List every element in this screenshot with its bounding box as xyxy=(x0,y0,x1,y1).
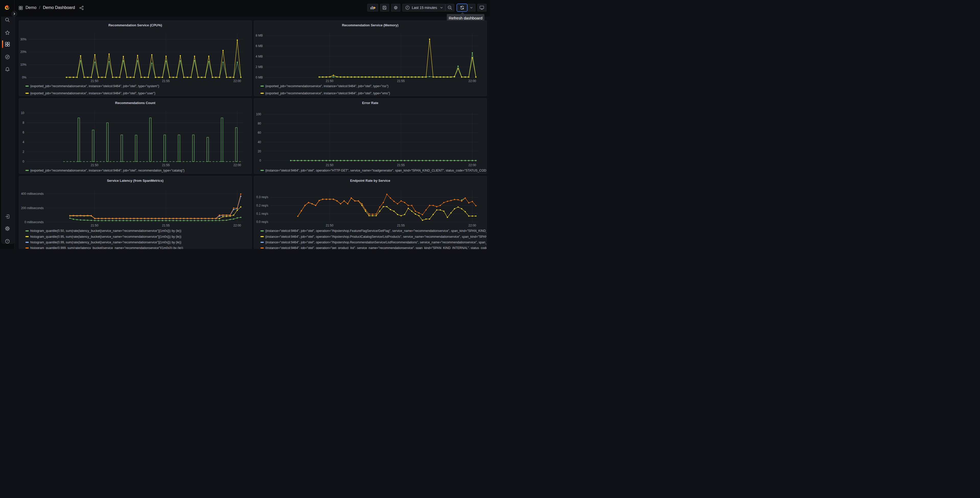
svg-text:histogram_quantile(0.99, sum(r: histogram_quantile(0.99, sum(rate(latenc… xyxy=(30,241,181,244)
svg-text:20%: 20% xyxy=(20,50,26,54)
svg-text:22:00: 22:00 xyxy=(233,79,241,83)
svg-text:21:50: 21:50 xyxy=(91,224,99,227)
svg-text:100: 100 xyxy=(256,112,261,116)
svg-text:10: 10 xyxy=(21,111,24,115)
svg-text:{instance="otelcol:9464", job=: {instance="otelcol:9464", job="otel", op… xyxy=(265,235,487,238)
svg-text:4 MB: 4 MB xyxy=(256,55,262,58)
svg-text:21:55: 21:55 xyxy=(162,224,170,227)
svg-text:{instance="otelcol:9464", job=: {instance="otelcol:9464", job="otel", op… xyxy=(265,246,487,249)
svg-text:0: 0 xyxy=(259,159,261,162)
svg-text:20: 20 xyxy=(258,150,261,153)
svg-text:21:55: 21:55 xyxy=(397,163,405,167)
svg-text:4: 4 xyxy=(22,140,24,144)
svg-text:{exported_job="recommendations: {exported_job="recommendationservice", i… xyxy=(30,169,185,172)
svg-text:0.1 req/s: 0.1 req/s xyxy=(256,212,268,215)
svg-text:2 MB: 2 MB xyxy=(256,65,262,69)
svg-text:{exported_job="recommendations: {exported_job="recommendationservice", i… xyxy=(265,91,390,95)
svg-text:{exported_job="recommendations: {exported_job="recommendationservice", i… xyxy=(30,91,156,95)
svg-text:21:50: 21:50 xyxy=(326,224,333,227)
svg-text:0 MB: 0 MB xyxy=(256,76,262,79)
svg-text:21:50: 21:50 xyxy=(326,163,333,167)
svg-text:22:00: 22:00 xyxy=(233,224,241,227)
svg-text:0.2 req/s: 0.2 req/s xyxy=(256,204,268,208)
svg-text:0: 0 xyxy=(22,160,24,163)
svg-text:6 MB: 6 MB xyxy=(256,44,262,48)
svg-text:21:55: 21:55 xyxy=(397,79,405,83)
svg-text:0%: 0% xyxy=(22,76,27,79)
svg-text:0 milliseconds: 0 milliseconds xyxy=(24,220,44,224)
svg-text:6: 6 xyxy=(22,131,24,134)
svg-text:{instance="otelcol:9464", job=: {instance="otelcol:9464", job="otel", op… xyxy=(265,229,487,233)
svg-text:21:55: 21:55 xyxy=(162,163,170,167)
svg-text:8 MB: 8 MB xyxy=(256,34,262,37)
svg-text:{instance="otelcol:9464", job=: {instance="otelcol:9464", job="otel", op… xyxy=(265,241,487,244)
svg-text:21:50: 21:50 xyxy=(326,79,333,83)
svg-text:40: 40 xyxy=(258,140,261,144)
svg-text:21:50: 21:50 xyxy=(91,79,99,83)
svg-text:21:55: 21:55 xyxy=(162,79,170,83)
svg-text:?: ? xyxy=(6,240,8,243)
svg-text:22:00: 22:00 xyxy=(468,224,476,227)
svg-text:200 milliseconds: 200 milliseconds xyxy=(21,206,44,210)
svg-text:80: 80 xyxy=(258,122,261,125)
svg-text:21:55: 21:55 xyxy=(397,224,405,227)
svg-text:8: 8 xyxy=(22,121,24,124)
svg-text:30%: 30% xyxy=(20,38,26,41)
svg-text:{exported_job="recommendations: {exported_job="recommendationservice", i… xyxy=(265,85,388,88)
svg-text:10%: 10% xyxy=(20,63,26,67)
svg-text:400 milliseconds: 400 milliseconds xyxy=(21,192,44,196)
svg-text:60: 60 xyxy=(258,131,261,134)
svg-text:0.0 req/s: 0.0 req/s xyxy=(256,220,268,224)
svg-text:22:00: 22:00 xyxy=(468,163,476,167)
svg-text:22:00: 22:00 xyxy=(233,163,241,167)
svg-text:0.3 req/s: 0.3 req/s xyxy=(256,195,268,199)
svg-text:histogram_quantile(0.50, sum(r: histogram_quantile(0.50, sum(rate(latenc… xyxy=(30,229,181,233)
svg-text:{instance="otelcol:9464", job=: {instance="otelcol:9464", job="otel", op… xyxy=(265,169,487,172)
svg-text:histogram_quantile(0.999, sum(: histogram_quantile(0.999, sum(rate(laten… xyxy=(30,246,183,249)
svg-text:22:00: 22:00 xyxy=(468,79,476,83)
svg-text:{exported_job="recommendations: {exported_job="recommendationservice", i… xyxy=(30,85,159,88)
svg-text:histogram_quantile(0.95, sum(r: histogram_quantile(0.95, sum(rate(latenc… xyxy=(30,235,181,238)
svg-text:2: 2 xyxy=(22,150,24,154)
svg-text:21:50: 21:50 xyxy=(91,163,99,167)
